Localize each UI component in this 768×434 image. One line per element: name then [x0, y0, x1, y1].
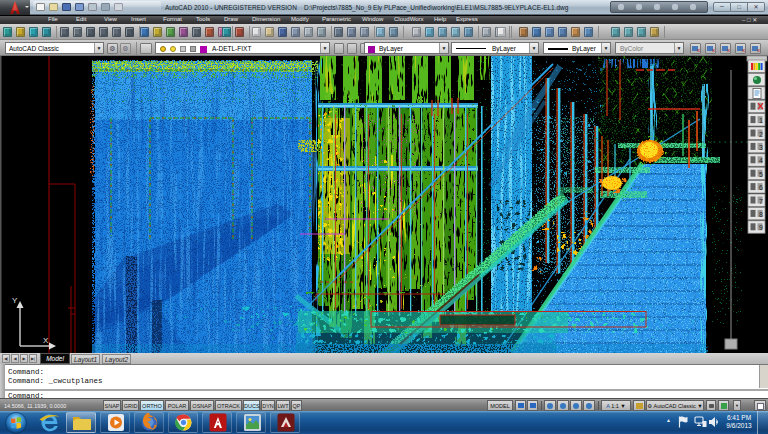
svg-text:6: 6 [759, 184, 763, 191]
svg-text:4: 4 [759, 157, 763, 164]
svg-text:3: 3 [759, 144, 763, 151]
svg-text:8: 8 [759, 211, 763, 218]
svg-text:9: 9 [759, 224, 763, 231]
svg-text:5: 5 [759, 171, 763, 178]
svg-text:1: 1 [759, 117, 763, 124]
svg-text:X: X [43, 336, 49, 345]
svg-text:Y: Y [12, 296, 18, 305]
svg-text:7: 7 [759, 198, 763, 205]
svg-text:2: 2 [759, 131, 763, 138]
